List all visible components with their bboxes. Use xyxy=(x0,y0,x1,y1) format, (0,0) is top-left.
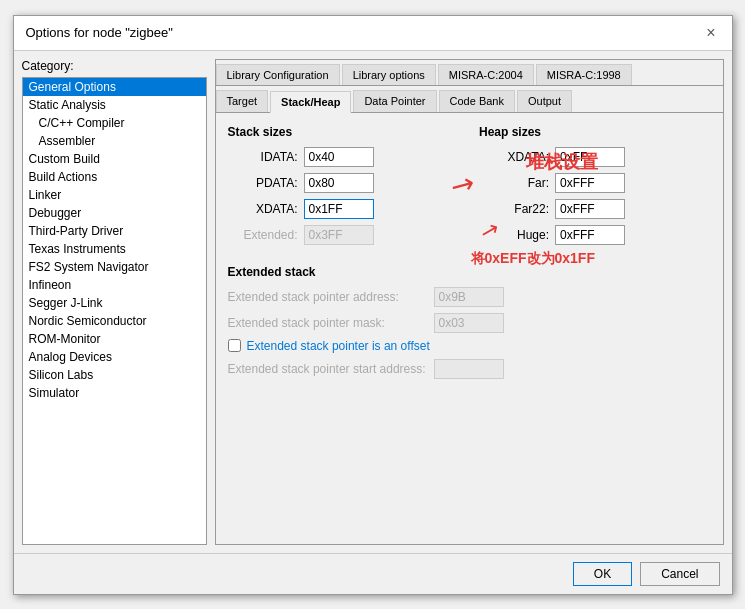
extended-start-address-input[interactable] xyxy=(434,359,504,379)
extended-pointer-mask-row: Extended stack pointer mask: xyxy=(228,313,711,333)
sidebar-item[interactable]: Custom Build xyxy=(23,150,206,168)
close-button[interactable]: × xyxy=(702,24,719,42)
field-input[interactable] xyxy=(555,147,625,167)
field-input[interactable] xyxy=(555,225,625,245)
sidebar-item[interactable]: FS2 System Navigator xyxy=(23,258,206,276)
stack-field-row: IDATA: xyxy=(228,147,460,167)
title-bar: Options for node "zigbee" × xyxy=(14,16,732,51)
ok-button[interactable]: OK xyxy=(573,562,632,586)
dialog-title: Options for node "zigbee" xyxy=(26,25,173,40)
sidebar: Category: General OptionsStatic Analysis… xyxy=(22,59,207,545)
sidebar-item[interactable]: Debugger xyxy=(23,204,206,222)
field-input[interactable] xyxy=(555,173,625,193)
heap-field-row: Far22: xyxy=(479,199,711,219)
field-label: Extended: xyxy=(228,228,298,242)
sidebar-item[interactable]: ROM-Monitor xyxy=(23,330,206,348)
extended-stack-title: Extended stack xyxy=(228,265,711,279)
heap-field-row: XDATA: xyxy=(479,147,711,167)
sidebar-item[interactable]: Third-Party Driver xyxy=(23,222,206,240)
stack-fields: IDATA:PDATA:XDATA:Extended: xyxy=(228,147,460,245)
sidebar-item[interactable]: Segger J-Link xyxy=(23,294,206,312)
dialog-body: Category: General OptionsStatic Analysis… xyxy=(14,51,732,553)
field-label: XDATA: xyxy=(228,202,298,216)
tab[interactable]: MISRA-C:2004 xyxy=(438,64,534,85)
stack-field-row: PDATA: xyxy=(228,173,460,193)
sidebar-item[interactable]: Assembler xyxy=(23,132,206,150)
tab-content: Stack sizes IDATA:PDATA:XDATA:Extended: … xyxy=(216,113,723,544)
tab[interactable]: Library options xyxy=(342,64,436,85)
tab[interactable]: Library Configuration xyxy=(216,64,340,85)
category-label: Category: xyxy=(22,59,207,73)
tab[interactable]: Stack/Heap xyxy=(270,91,351,113)
sidebar-item[interactable]: Texas Instruments xyxy=(23,240,206,258)
stack-field-row: XDATA: xyxy=(228,199,460,219)
main-panel: Library ConfigurationLibrary optionsMISR… xyxy=(215,59,724,545)
field-label: Far22: xyxy=(479,202,549,216)
heap-sizes-col: Heap sizes XDATA:Far:Far22:Huge: xyxy=(479,125,711,251)
extended-pointer-address-input[interactable] xyxy=(434,287,504,307)
tab[interactable]: Target xyxy=(216,90,269,112)
sidebar-item[interactable]: Linker xyxy=(23,186,206,204)
field-label: IDATA: xyxy=(228,150,298,164)
sidebar-item[interactable]: Static Analysis xyxy=(23,96,206,114)
sidebar-item[interactable]: Build Actions xyxy=(23,168,206,186)
field-input xyxy=(304,225,374,245)
field-input[interactable] xyxy=(304,147,374,167)
field-label: PDATA: xyxy=(228,176,298,190)
heap-field-row: Far: xyxy=(479,173,711,193)
field-input[interactable] xyxy=(304,173,374,193)
heap-field-row: Huge: xyxy=(479,225,711,245)
field-label: Far: xyxy=(479,176,549,190)
extended-pointer-mask-input[interactable] xyxy=(434,313,504,333)
sidebar-item[interactable]: C/C++ Compiler xyxy=(23,114,206,132)
extended-pointer-mask-label: Extended stack pointer mask: xyxy=(228,316,428,330)
extended-start-address-label: Extended stack pointer start address: xyxy=(228,362,428,376)
extended-stack-section: Extended stack Extended stack pointer ad… xyxy=(228,265,711,379)
extended-pointer-address-row: Extended stack pointer address: xyxy=(228,287,711,307)
stack-field-row: Extended: xyxy=(228,225,460,245)
tabs-row2: TargetStack/HeapData PointerCode BankOut… xyxy=(216,86,723,113)
field-label: XDATA: xyxy=(479,150,549,164)
tab[interactable]: Data Pointer xyxy=(353,90,436,112)
stack-sizes-title: Stack sizes xyxy=(228,125,460,139)
sidebar-item[interactable]: Silicon Labs xyxy=(23,366,206,384)
sidebar-item[interactable]: Nordic Semiconductor xyxy=(23,312,206,330)
field-input[interactable] xyxy=(304,199,374,219)
extended-checkbox-row: Extended stack pointer is an offset xyxy=(228,339,711,353)
options-dialog: Options for node "zigbee" × Category: Ge… xyxy=(13,15,733,595)
heap-fields: XDATA:Far:Far22:Huge: xyxy=(479,147,711,245)
tab[interactable]: Code Bank xyxy=(439,90,515,112)
heap-sizes-title: Heap sizes xyxy=(479,125,711,139)
cancel-button[interactable]: Cancel xyxy=(640,562,719,586)
stack-sizes-col: Stack sizes IDATA:PDATA:XDATA:Extended: xyxy=(228,125,460,251)
extended-checkbox[interactable] xyxy=(228,339,241,352)
tab[interactable]: Output xyxy=(517,90,572,112)
sidebar-item[interactable]: Infineon xyxy=(23,276,206,294)
extended-start-address-row: Extended stack pointer start address: xyxy=(228,359,711,379)
sidebar-item[interactable]: Simulator xyxy=(23,384,206,402)
tab[interactable]: MISRA-C:1998 xyxy=(536,64,632,85)
sidebar-item[interactable]: Analog Devices xyxy=(23,348,206,366)
sidebar-item[interactable]: General Options xyxy=(23,78,206,96)
sizes-section: Stack sizes IDATA:PDATA:XDATA:Extended: … xyxy=(228,125,711,251)
extended-pointer-address-label: Extended stack pointer address: xyxy=(228,290,428,304)
field-input[interactable] xyxy=(555,199,625,219)
tabs-row1: Library ConfigurationLibrary optionsMISR… xyxy=(216,60,723,86)
field-label: Huge: xyxy=(479,228,549,242)
extended-checkbox-label: Extended stack pointer is an offset xyxy=(247,339,430,353)
sidebar-list: General OptionsStatic AnalysisC/C++ Comp… xyxy=(22,77,207,545)
bottom-bar: OK Cancel xyxy=(14,553,732,594)
